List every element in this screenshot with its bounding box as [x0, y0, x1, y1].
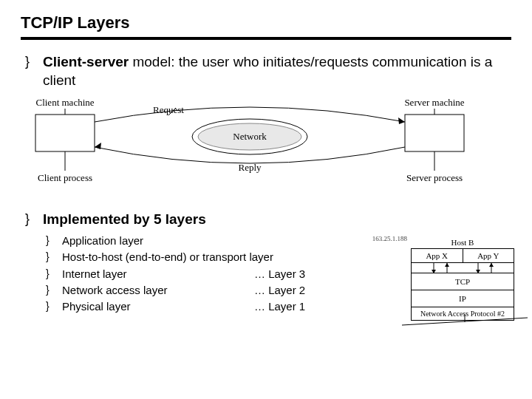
layer-name: Application layer: [62, 233, 254, 248]
bullet-lead: Client-server: [43, 54, 129, 69]
layer-number: … Layer 1: [254, 299, 305, 314]
label-reply: Reply: [238, 162, 262, 173]
title-rule: [21, 37, 511, 40]
svg-marker-4: [398, 117, 405, 124]
layer-number: … Layer 2: [254, 283, 305, 298]
label-network: Network: [233, 131, 267, 142]
svg-marker-18: [489, 263, 494, 267]
bullet-text: Implemented by 5 layers: [43, 211, 511, 229]
layer-name: Internet layer: [62, 267, 254, 282]
bullet-icon: }: [46, 267, 62, 282]
layer-name: Host-to-host (end-to-end) or transport l…: [62, 250, 273, 265]
bullet-icon: }: [46, 299, 62, 314]
layer-name: Physical layer: [62, 299, 254, 314]
stack-ip: IP: [412, 290, 514, 307]
svg-marker-5: [95, 143, 101, 149]
label-host-name: Host B: [411, 238, 514, 247]
svg-marker-14: [445, 263, 449, 267]
label-client-process: Client process: [38, 172, 92, 183]
client-server-diagram: Client machine Server machine Request Ne…: [21, 97, 511, 188]
bullet-icon: }: [46, 283, 62, 298]
label-server-machine: Server machine: [404, 97, 464, 108]
stack-nap: Network Access Protocol #2: [412, 307, 514, 320]
stack-app-y: App Y: [463, 249, 514, 262]
bullet-icon: }: [46, 250, 62, 265]
label-server-process: Server process: [406, 172, 463, 183]
svg-rect-0: [35, 115, 95, 151]
layer-number: … Layer 3: [254, 267, 305, 282]
bullet-icon: }: [46, 233, 62, 248]
stack-app-x: App X: [412, 249, 463, 262]
svg-rect-1: [405, 115, 464, 151]
bullet-client-server: } Client-server model: the user who init…: [25, 53, 511, 89]
label-request: Request: [153, 104, 184, 115]
bullet-icon: }: [25, 211, 43, 229]
stack-tcp: TCP: [412, 273, 514, 290]
slide-title: TCP/IP Layers: [21, 13, 511, 33]
label-host-ip: 163.25.1.188: [372, 235, 407, 242]
host-stack-diagram: 163.25.1.188 Host B App X App Y TCP IP N…: [411, 238, 514, 321]
label-client-machine: Client machine: [35, 97, 94, 108]
bullet-five-layers: } Implemented by 5 layers: [25, 211, 511, 229]
bullet-text: Client-server model: the user who initia…: [43, 53, 511, 89]
bullet-icon: }: [25, 53, 43, 89]
layer-name: Network access layer: [62, 283, 254, 298]
